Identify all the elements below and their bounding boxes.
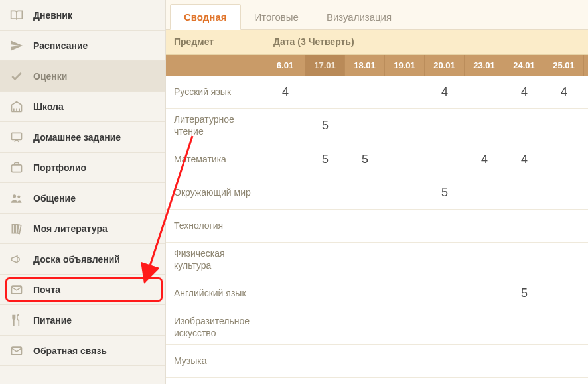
grade-cell[interactable] — [345, 87, 385, 97]
grade-cell[interactable]: 5 — [305, 113, 345, 138]
sidebar-item-7[interactable]: Моя литература — [0, 214, 165, 244]
grade-cell[interactable] — [504, 221, 544, 231]
sidebar-item-8[interactable]: Доска объявлений — [0, 244, 165, 275]
grade-cell[interactable] — [544, 288, 584, 299]
grade-cell[interactable] — [465, 288, 504, 299]
grade-cell[interactable] — [385, 188, 425, 198]
grade-cell[interactable] — [305, 288, 345, 299]
grade-cell[interactable] — [345, 288, 385, 299]
sidebar-item-6[interactable]: Общение — [0, 183, 165, 214]
grade-cell[interactable] — [345, 188, 385, 198]
grade-cell[interactable] — [305, 322, 345, 333]
grade-cell[interactable] — [385, 288, 425, 299]
subject-cell: Физическая культура — [166, 243, 265, 277]
grade-cell[interactable] — [305, 255, 345, 265]
grade-cell[interactable] — [305, 221, 345, 231]
grade-cell[interactable] — [425, 322, 465, 333]
grade-cell[interactable] — [425, 255, 465, 265]
sidebar-item-label: Моя литература — [33, 224, 108, 234]
sidebar-item-5[interactable]: Портфолио — [0, 153, 165, 183]
grade-cell[interactable]: 5 — [345, 147, 385, 172]
grade-cell[interactable] — [504, 255, 544, 265]
grade-cell[interactable] — [544, 188, 584, 198]
grade-cell[interactable] — [544, 121, 584, 131]
grade-cell[interactable] — [385, 221, 425, 231]
grade-cell[interactable] — [385, 87, 425, 97]
tab-0[interactable]: Сводная — [170, 4, 241, 30]
date-header-cell[interactable]: 17.01 — [305, 55, 345, 76]
grade-cell[interactable]: 5 — [504, 281, 544, 306]
grade-cell[interactable] — [465, 87, 504, 97]
date-header-cell[interactable]: 6.01 — [265, 55, 305, 76]
grade-cell[interactable] — [465, 121, 504, 131]
grade-cell[interactable] — [305, 87, 345, 97]
grade-cell[interactable] — [265, 356, 305, 367]
grade-cell[interactable] — [544, 356, 584, 367]
grade-cell[interactable]: 4 — [544, 80, 584, 104]
grade-cell[interactable] — [305, 356, 345, 367]
grade-cell[interactable] — [385, 155, 425, 165]
sidebar-item-4[interactable]: Домашнее задание — [0, 122, 165, 153]
grade-cell[interactable] — [265, 155, 305, 165]
date-column-header: Дата (3 Четверть) — [265, 30, 588, 54]
grade-cell[interactable]: 4 — [504, 80, 544, 104]
grade-cell[interactable] — [425, 221, 465, 231]
sidebar-item-1[interactable]: Расписание — [0, 31, 165, 61]
grade-cell[interactable] — [425, 356, 465, 367]
date-header-cell[interactable]: 23.01 — [465, 55, 504, 76]
date-header-cell[interactable]: 19.01 — [385, 55, 425, 76]
grade-cell[interactable] — [305, 188, 345, 198]
grade-cell[interactable]: 4 — [425, 80, 465, 104]
grade-cell[interactable] — [345, 322, 385, 333]
grade-cell[interactable] — [504, 322, 544, 333]
grade-cell[interactable] — [544, 322, 584, 333]
grade-cell[interactable] — [504, 121, 544, 131]
grade-cell[interactable] — [465, 356, 504, 367]
check-icon — [9, 69, 24, 84]
sidebar-item-label: Дневник — [33, 10, 72, 21]
grade-cell[interactable] — [265, 322, 305, 333]
date-header-cell[interactable]: 24.01 — [504, 55, 544, 76]
grade-cell[interactable] — [465, 322, 504, 333]
sidebar-item-2[interactable]: Оценки — [0, 61, 165, 92]
grade-cell[interactable] — [544, 221, 584, 231]
grade-cell[interactable] — [345, 356, 385, 367]
grade-cell[interactable] — [345, 255, 385, 265]
grade-cell[interactable] — [504, 356, 544, 367]
grade-cell[interactable] — [385, 255, 425, 265]
sidebar-item-9[interactable]: Почта — [0, 275, 165, 305]
grade-cell[interactable]: 5 — [425, 180, 465, 205]
grade-cell[interactable]: 4 — [465, 147, 504, 172]
grade-cell[interactable] — [385, 121, 425, 131]
grade-cell[interactable] — [465, 255, 504, 265]
grade-cell[interactable] — [345, 121, 385, 131]
sidebar-item-11[interactable]: Обратная связь — [0, 336, 165, 366]
sidebar-item-3[interactable]: Школа — [0, 92, 165, 122]
grade-cell[interactable] — [504, 188, 544, 198]
grade-cell[interactable] — [385, 322, 425, 333]
date-header-cell[interactable]: 18.01 — [345, 55, 385, 76]
sidebar-item-10[interactable]: Питание — [0, 305, 165, 336]
grade-cell[interactable]: 4 — [265, 80, 305, 104]
grade-cell[interactable]: 5 — [305, 147, 345, 172]
grade-cell[interactable] — [345, 221, 385, 231]
grade-cell[interactable] — [425, 288, 465, 299]
grade-cell[interactable] — [265, 121, 305, 131]
grade-cell[interactable] — [465, 188, 504, 198]
grade-cell[interactable] — [265, 188, 305, 198]
grade-cell[interactable] — [425, 155, 465, 165]
grade-cell[interactable] — [265, 221, 305, 231]
grade-cell[interactable]: 4 — [504, 147, 544, 172]
tab-2[interactable]: Визуализация — [313, 4, 405, 29]
grade-cell[interactable] — [385, 356, 425, 367]
tab-1[interactable]: Итоговые — [241, 4, 313, 29]
grade-cell[interactable] — [425, 121, 465, 131]
sidebar-item-0[interactable]: Дневник — [0, 0, 165, 31]
grade-cell[interactable] — [544, 155, 584, 165]
date-header-cell[interactable]: 25.01 — [544, 55, 584, 76]
grade-cell[interactable] — [265, 255, 305, 265]
grade-cell[interactable] — [265, 288, 305, 299]
grade-cell[interactable] — [465, 221, 504, 231]
date-header-cell[interactable]: 20.01 — [425, 55, 465, 76]
grade-cell[interactable] — [544, 255, 584, 265]
